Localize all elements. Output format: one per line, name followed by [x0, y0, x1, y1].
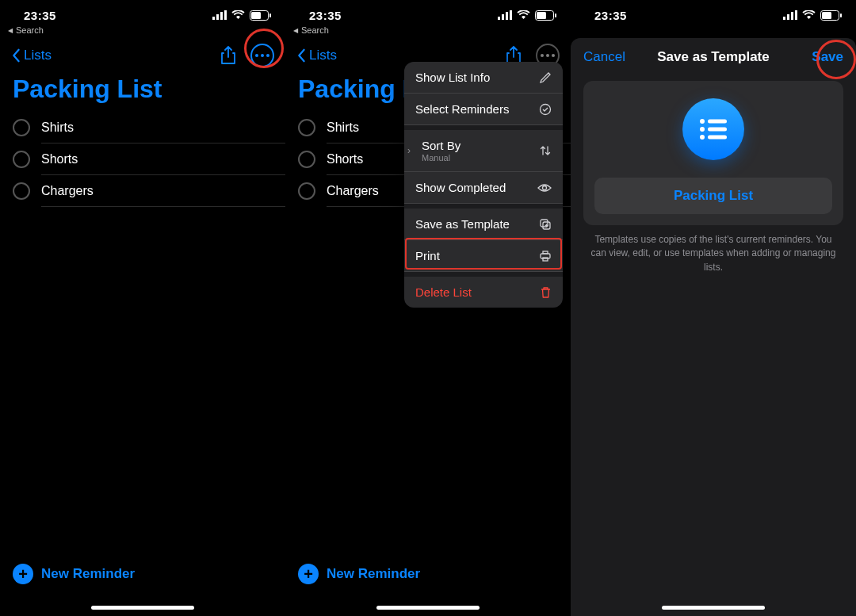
wifi-icon: [231, 10, 245, 20]
breadcrumb-back-to-app[interactable]: Search: [0, 24, 285, 40]
menu-select-reminders[interactable]: Select Reminders: [404, 94, 563, 125]
svg-rect-22: [787, 14, 789, 20]
svg-rect-13: [555, 13, 556, 17]
reminder-label: Chargers: [41, 184, 94, 198]
printer-icon: [539, 250, 552, 262]
status-icons: [498, 10, 556, 21]
svg-rect-0: [212, 17, 215, 20]
reminder-toggle[interactable]: [13, 119, 30, 136]
svg-rect-29: [708, 120, 727, 124]
reminder-toggle[interactable]: [298, 151, 315, 168]
svg-point-28: [700, 119, 705, 124]
svg-rect-19: [543, 251, 548, 254]
share-icon: [220, 46, 236, 65]
status-time: 23:35: [309, 9, 342, 22]
reminder-label: Chargers: [327, 184, 379, 198]
svg-rect-12: [537, 12, 546, 19]
nav-back-button[interactable]: Lists: [296, 48, 337, 63]
menu-sort-by[interactable]: › Sort By Manual: [404, 130, 563, 172]
screen-3-save-template-modal: 23:35 Cancel Save as Template Save Packi…: [571, 0, 856, 616]
modal-header: Cancel Save as Template Save: [571, 38, 856, 76]
reminder-item[interactable]: Shorts: [13, 143, 285, 175]
status-icons: [212, 10, 271, 21]
reminders-list: Shirts Shorts Chargers: [0, 112, 285, 207]
svg-rect-3: [224, 10, 227, 20]
svg-point-32: [700, 135, 705, 140]
cellular-icon: [783, 10, 797, 20]
menu-show-completed[interactable]: Show Completed: [404, 172, 563, 204]
nav-bar: Lists: [0, 40, 285, 71]
svg-rect-9: [506, 12, 508, 20]
list-bullet-icon: [697, 117, 729, 142]
reminder-label: Shorts: [41, 152, 78, 166]
status-bar: 23:35: [571, 6, 856, 24]
svg-rect-2: [220, 12, 223, 20]
reminder-toggle[interactable]: [13, 182, 30, 200]
list-title: Packing List: [0, 71, 285, 112]
ellipsis-icon: [541, 54, 555, 57]
svg-rect-5: [251, 12, 261, 19]
nav-back-label: Lists: [24, 48, 52, 63]
new-reminder-button[interactable]: + New Reminder: [13, 564, 135, 584]
menu-save-as-template[interactable]: Save as Template: [404, 209, 563, 240]
template-preview-card: Packing List: [583, 81, 843, 225]
cellular-icon: [212, 10, 227, 20]
pencil-icon: [539, 71, 552, 84]
save-template-sheet: Cancel Save as Template Save Packing Lis…: [571, 38, 856, 616]
sort-arrows-icon: [539, 144, 552, 157]
new-reminder-button[interactable]: + New Reminder: [298, 564, 420, 584]
template-description: Templates use copies of the list's curre…: [571, 225, 856, 282]
svg-point-14: [541, 104, 551, 114]
share-button[interactable]: [220, 46, 236, 65]
reminder-item[interactable]: Shirts: [13, 112, 285, 143]
wifi-icon: [517, 10, 530, 20]
nav-back-button[interactable]: Lists: [11, 48, 52, 63]
new-reminder-label: New Reminder: [41, 566, 135, 582]
home-indicator[interactable]: [91, 606, 194, 610]
template-name-input[interactable]: Packing List: [594, 178, 832, 214]
status-bar: 23:35: [285, 6, 571, 24]
svg-point-15: [543, 186, 547, 189]
svg-rect-7: [498, 17, 500, 20]
reminder-toggle[interactable]: [298, 119, 315, 136]
menu-show-list-info[interactable]: Show List Info: [404, 62, 563, 94]
screen-2-context-menu: 23:35 Search Lists Packing List Shirts: [285, 0, 571, 616]
reminder-toggle[interactable]: [13, 151, 30, 168]
save-button[interactable]: Save: [812, 49, 843, 65]
menu-print[interactable]: Print: [404, 240, 563, 272]
svg-rect-26: [822, 12, 831, 19]
more-button[interactable]: [250, 44, 274, 67]
svg-rect-21: [783, 17, 785, 20]
svg-rect-23: [791, 12, 793, 20]
new-reminder-label: New Reminder: [327, 566, 420, 582]
wifi-icon: [802, 10, 816, 20]
plus-icon: +: [13, 564, 33, 584]
svg-rect-1: [216, 14, 219, 20]
status-time: 23:35: [594, 9, 627, 22]
svg-rect-6: [269, 13, 271, 17]
nav-back-label: Lists: [309, 48, 337, 63]
svg-point-30: [700, 127, 705, 132]
sort-value: Manual: [422, 153, 460, 163]
svg-rect-10: [510, 10, 512, 20]
menu-delete-list[interactable]: Delete List: [404, 277, 563, 308]
reminder-label: Shirts: [41, 121, 74, 135]
chevron-left-icon: ›: [407, 145, 411, 156]
battery-icon: [250, 10, 271, 21]
status-time: 23:35: [24, 9, 56, 22]
battery-icon: [820, 10, 842, 21]
reminder-toggle[interactable]: [298, 182, 315, 200]
reminder-item[interactable]: Chargers: [13, 175, 285, 207]
home-indicator[interactable]: [376, 606, 480, 610]
svg-rect-33: [708, 136, 727, 140]
home-indicator[interactable]: [662, 606, 765, 610]
trash-icon: [540, 286, 552, 299]
screen-1-list-view: 23:35 Search Lists Packing List Shirts: [0, 0, 285, 616]
modal-title: Save as Template: [657, 49, 769, 65]
cancel-button[interactable]: Cancel: [583, 49, 625, 65]
template-list-icon[interactable]: [682, 98, 744, 160]
svg-rect-20: [543, 258, 548, 261]
breadcrumb-back-to-app[interactable]: Search: [285, 24, 571, 40]
reminder-label: Shorts: [327, 152, 363, 166]
svg-rect-31: [708, 128, 727, 132]
